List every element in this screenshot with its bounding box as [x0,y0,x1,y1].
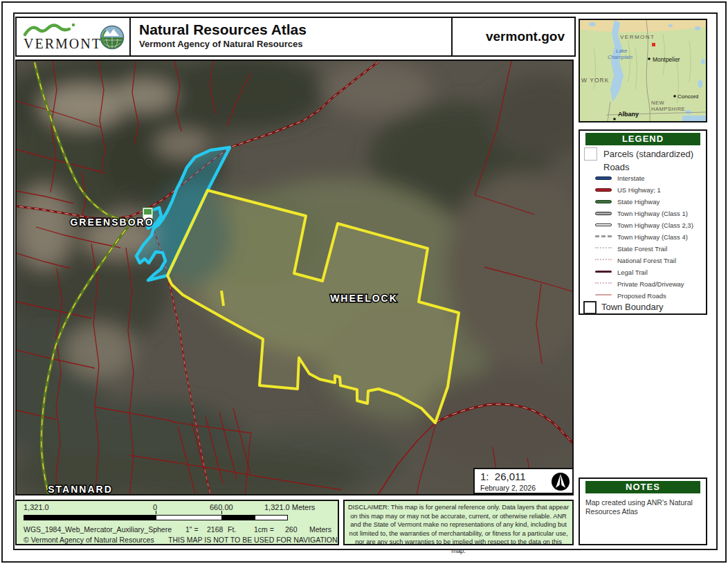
proposed-roads-swatch [595,294,612,295]
page-title: Natural Resources Atlas [139,21,451,38]
inset-label-newyork: W YORK [581,77,609,84]
legal-trail-swatch [595,271,612,273]
scalebar-segment [221,515,255,520]
notes-text: Map created using ANR's Natural Resource… [585,498,702,516]
legend-road-item: US Highway; 1 [580,185,706,195]
inset-label-montpelier: Montpelier [653,56,680,63]
state-highway-swatch [595,200,612,203]
legend-road-label: Town Highway (Class 2,3) [617,221,693,229]
legend-road-label: Interstate [617,174,645,182]
gov-cell: vermont.gov [451,18,574,55]
legend-road-label: Proposed Roads [617,292,666,300]
scalebar-panel: 1,321.0 0 660.00 1,321.0 Meters WGS_1984… [15,500,339,545]
inset-label-lake: Lake [616,48,627,54]
scale-ratio: 1: 26,011 [480,471,526,482]
parcels-label: Parcels (standardized) [603,149,693,159]
private-road-swatch [595,282,612,284]
town-label-greensboro: GREENSBORO [70,217,154,228]
legend-road-item: Proposed Roads [580,291,706,301]
national-forest-trail-swatch [595,259,612,260]
legend-road-item: Town Highway (Class 1) [580,209,706,219]
town-highway23-swatch [595,224,612,226]
town-highway1-swatch [595,212,612,215]
cm-scale-label: 1cm = [254,525,274,534]
scalebar-segment [156,515,222,520]
roads-group-label: Roads [603,162,630,172]
notes-header: NOTES [585,481,700,493]
page-subtitle: Vermont Agency of Natural Resources [139,39,451,49]
legend-road-label: Legal Trail [617,269,648,276]
town-boundary-swatch [583,301,597,314]
scalebar-segment [255,515,288,520]
legend-road-label: State Forest Trail [617,245,667,253]
atlas-map-export-page: VERMONT Natural Resources Atlas Vermont … [0,0,728,564]
legend-road-item: Town Highway (Class 2,3) [580,221,706,230]
inset-graphics: VERMONT W YORK NEW HAMPSHIRE Lake Champl… [580,20,706,121]
town-label-wheelock: WHEELOCK [330,293,398,304]
legend-road-item: Private Road/Driveway [580,280,706,289]
legend-road-item: State Forest Trail [580,244,706,254]
inch-scale-value: 2168 [207,525,223,534]
notes-panel: NOTES Map created using ANR's Natural Re… [579,477,707,545]
legend-road-item: Town Highway (Class 4) [580,233,706,242]
map-canvas[interactable]: GREENSBORO WHEELOCK STANNARD 1: 26,011 F… [15,60,574,495]
legend-road-label: State Highway [617,198,659,206]
parcels-swatch [584,147,597,161]
town-boundary-label: Town Boundary [601,302,664,312]
scalebar-left-value: 1,321.0 [24,503,49,511]
inset-label-concord: Concord [677,93,698,100]
title-cell: Natural Resources Atlas Vermont Agency o… [131,18,451,55]
inset-label-nh1: NEW [651,100,664,106]
inch-scale-label: 1" = [185,525,199,534]
town-label-stannard: STANNARD [48,484,113,495]
inch-scale-unit: Ft. [228,525,236,534]
legend-road-label: Private Road/Driveway [617,280,684,288]
inset-label-vermont: VERMONT [620,34,655,40]
disclaimer-panel: DISCLAIMER: This map is for general refe… [343,500,574,545]
inset-label-albany: Albany [618,111,639,118]
legend-header: LEGEND [585,133,700,145]
inset-label-champlain: Champlain [608,54,633,60]
scalebar-segment [24,515,156,520]
interstate-swatch [595,176,612,180]
vermont-mountain-icon [22,19,84,37]
map-location-marker [652,43,655,46]
cm-scale-value: 260 [285,525,298,534]
navigation-warning: THIS MAP IS NOT TO BE USED FOR NAVIGATIO… [168,536,337,544]
header-bar: VERMONT Natural Resources Atlas Vermont … [15,17,576,57]
legend-road-item: Legal Trail [580,268,706,278]
inset-label-nh2: HAMPSHIRE [651,106,685,112]
legend-road-label: National Forest Trail [617,257,676,264]
north-arrow-icon [550,471,571,492]
copyright-label: © Vermont Agency of Natural Resources [24,536,154,544]
town-highway4-swatch [595,235,612,237]
cm-scale-unit: Meters [309,525,331,534]
state-forest-trail-swatch [595,247,612,248]
locator-inset-map: VERMONT W YORK NEW HAMPSHIRE Lake Champl… [579,19,707,122]
legend-road-item: Interstate [580,174,706,183]
legend-road-label: Town Highway (Class 4) [617,233,688,241]
legend-road-label: Town Highway (Class 1) [617,210,688,217]
vermont-gov-link[interactable]: vermont.gov [486,29,565,44]
legend-road-item: National Forest Trail [580,256,706,266]
scalebar-right-value: 1,321.0 Meters [264,503,315,511]
legend-road-label: US Highway; 1 [617,186,661,194]
map-graphics: GREENSBORO WHEELOCK STANNARD [17,61,574,495]
legend-panel: LEGEND Parcels (standardized) Roads Inte… [579,129,707,315]
scale-indicator-box: 1: 26,011 February 2, 2026 [473,468,574,494]
us-highway-swatch [595,188,612,192]
projection-label: WGS_1984_Web_Mercator_Auxiliary_Sphere [24,525,172,534]
anr-logo-icon [100,25,125,50]
map-date: February 2, 2026 [480,484,536,492]
logo-cell: VERMONT [17,18,131,55]
vermont-wordmark: VERMONT [24,36,102,52]
legend-road-item: State Highway [580,197,706,207]
